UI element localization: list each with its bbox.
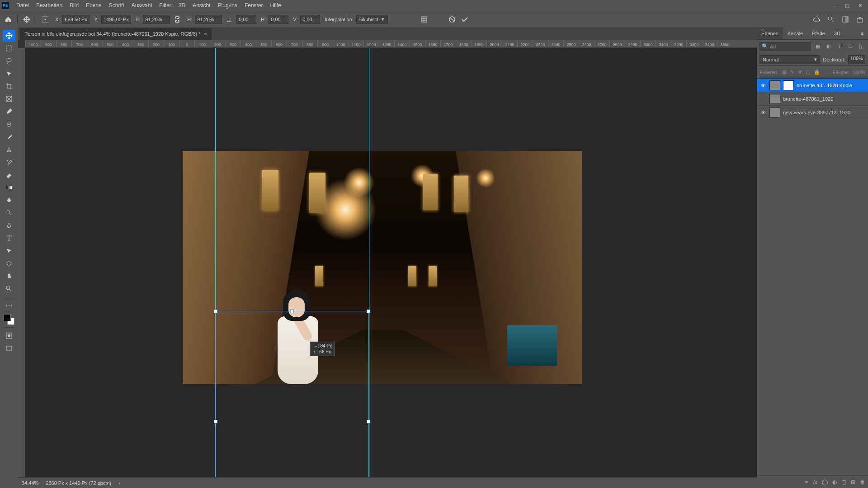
- clone-stamp-tool[interactable]: [3, 144, 15, 155]
- menu-datei[interactable]: Datei: [13, 2, 33, 9]
- hand-tool[interactable]: [3, 270, 15, 282]
- y-field[interactable]: 1495,00 Px: [101, 15, 131, 24]
- reference-point-icon[interactable]: [40, 14, 51, 25]
- edit-toolbar-icon[interactable]: ⋯: [3, 300, 15, 311]
- search-icon[interactable]: [826, 14, 836, 25]
- canvas-area[interactable]: →: 84 Px ↑ : 66 Px: [25, 48, 757, 477]
- lasso-tool[interactable]: [3, 55, 15, 67]
- tab-pfade[interactable]: Pfade: [807, 27, 830, 39]
- link-wh-icon[interactable]: [172, 14, 183, 25]
- move-tool[interactable]: [3, 30, 15, 42]
- guide-vertical[interactable]: [215, 48, 216, 477]
- menu-auswahl[interactable]: Auswahl: [128, 2, 156, 9]
- layer-visibility-icon[interactable]: 👁: [760, 110, 767, 115]
- home-icon[interactable]: [3, 14, 14, 25]
- transform-handle[interactable]: [214, 420, 217, 423]
- panel-menu-icon[interactable]: ≡: [856, 27, 868, 39]
- layer-fx-icon[interactable]: fx: [813, 479, 817, 485]
- menu-fenster[interactable]: Fenster: [241, 2, 267, 9]
- menu-ebene[interactable]: Ebene: [82, 2, 105, 9]
- transform-tool-icon[interactable]: [21, 14, 32, 25]
- menu-filter[interactable]: Filter: [156, 2, 175, 9]
- lock-position-icon[interactable]: ✥: [798, 69, 802, 75]
- path-selection-tool[interactable]: [3, 245, 15, 257]
- lock-all-icon[interactable]: 🔒: [814, 69, 820, 75]
- link-layers-icon[interactable]: ⚭: [804, 479, 809, 485]
- gradient-tool[interactable]: [3, 182, 15, 193]
- layer-visibility-icon[interactable]: 👁: [760, 83, 767, 88]
- layer-thumbnail[interactable]: [769, 108, 780, 117]
- menu-schrift[interactable]: Schrift: [105, 2, 128, 9]
- color-swatches[interactable]: [4, 314, 14, 325]
- lock-transparency-icon[interactable]: ▦: [782, 69, 787, 75]
- layer-row[interactable]: 👁new-years-eve-3897713_1920: [757, 106, 868, 119]
- filter-adjustment-icon[interactable]: ◐: [825, 42, 833, 51]
- workspace-icon[interactable]: [840, 14, 851, 25]
- commit-transform-icon[interactable]: [459, 14, 470, 25]
- tab-3d[interactable]: 3D: [830, 27, 845, 39]
- h-field[interactable]: 91,20%: [195, 15, 222, 24]
- menu-ansicht[interactable]: Ansicht: [189, 2, 214, 9]
- document-tab[interactable]: Person in bild einfügen.psdc bei 34,4% (…: [20, 28, 212, 40]
- layer-filter-search[interactable]: 🔍 Art: [760, 42, 811, 51]
- menu-plugins[interactable]: Plug-ins: [214, 2, 241, 9]
- lock-artboard-icon[interactable]: ▢: [806, 69, 810, 75]
- skew-h-field[interactable]: 0,00: [269, 15, 288, 24]
- history-brush-tool[interactable]: [3, 156, 15, 168]
- rectangle-tool[interactable]: [3, 258, 15, 269]
- layer-mask-thumbnail[interactable]: [783, 80, 794, 90]
- x-field[interactable]: 699,50 Px: [62, 15, 90, 24]
- menu-bild[interactable]: Bild: [66, 2, 82, 9]
- tab-close-icon[interactable]: ×: [204, 31, 207, 37]
- skew-v-field[interactable]: 0,00: [300, 15, 320, 24]
- zoom-tool[interactable]: [3, 283, 15, 295]
- vertical-ruler[interactable]: [18, 48, 25, 477]
- minimize-button[interactable]: —: [828, 3, 841, 8]
- new-group-icon[interactable]: ▢: [841, 479, 846, 485]
- quick-mask-icon[interactable]: [3, 330, 15, 342]
- new-adjustment-icon[interactable]: ◐: [832, 479, 837, 485]
- guide-vertical[interactable]: [369, 48, 369, 477]
- opacity-field[interactable]: 100%: [848, 55, 865, 64]
- new-layer-icon[interactable]: ⊞: [851, 479, 855, 485]
- eyedropper-tool[interactable]: [3, 106, 15, 117]
- frame-tool[interactable]: [3, 93, 15, 105]
- layer-row[interactable]: brunette-487061_1920: [757, 92, 868, 106]
- eraser-tool[interactable]: [3, 169, 15, 181]
- filter-pixel-icon[interactable]: ▦: [814, 42, 822, 51]
- share-icon[interactable]: [854, 14, 865, 25]
- layer-row[interactable]: 👁brunette-48…1920 Kopie: [757, 79, 868, 92]
- blur-tool[interactable]: [3, 194, 15, 206]
- warp-icon[interactable]: [419, 14, 429, 25]
- screen-mode-icon[interactable]: [3, 343, 15, 354]
- crop-tool[interactable]: [3, 80, 15, 92]
- horizontal-ruler[interactable]: 1000900800700600500400300200100010020030…: [25, 40, 757, 48]
- tab-kanaele[interactable]: Kanäle: [783, 27, 807, 39]
- cloud-docs-icon[interactable]: [811, 14, 822, 25]
- layer-name[interactable]: brunette-48…1920 Kopie: [797, 83, 865, 88]
- filter-type-icon[interactable]: T: [835, 42, 844, 51]
- marquee-tool[interactable]: [3, 42, 15, 54]
- menu-3d[interactable]: 3D: [175, 2, 189, 9]
- filter-smart-icon[interactable]: ◫: [857, 42, 865, 51]
- type-tool[interactable]: [3, 232, 15, 244]
- document-info[interactable]: 2560 Px x 1440 Px (72 ppcm): [46, 480, 111, 486]
- interp-select[interactable]: Bikubisch ▾: [356, 15, 388, 24]
- lock-pixels-icon[interactable]: ✎: [790, 69, 794, 75]
- quick-selection-tool[interactable]: [3, 68, 15, 80]
- close-button[interactable]: ✕: [854, 3, 866, 9]
- blend-mode-select[interactable]: Normal▾: [760, 55, 820, 64]
- menu-bearbeiten[interactable]: Bearbeiten: [33, 2, 66, 9]
- layer-thumbnail[interactable]: [769, 80, 780, 90]
- add-mask-icon[interactable]: ◯: [822, 479, 828, 485]
- brush-tool[interactable]: [3, 131, 15, 143]
- dodge-tool[interactable]: [3, 207, 15, 219]
- status-arrow-icon[interactable]: ›: [118, 480, 120, 486]
- transform-handle[interactable]: [367, 420, 370, 423]
- tab-ebenen[interactable]: Ebenen: [757, 27, 783, 39]
- menu-hilfe[interactable]: Hilfe: [267, 2, 285, 9]
- zoom-level[interactable]: 34,44%: [22, 480, 38, 486]
- cancel-transform-icon[interactable]: [447, 14, 458, 25]
- angle-field[interactable]: 0,00: [236, 15, 256, 24]
- layer-name[interactable]: brunette-487061_1920: [783, 96, 865, 102]
